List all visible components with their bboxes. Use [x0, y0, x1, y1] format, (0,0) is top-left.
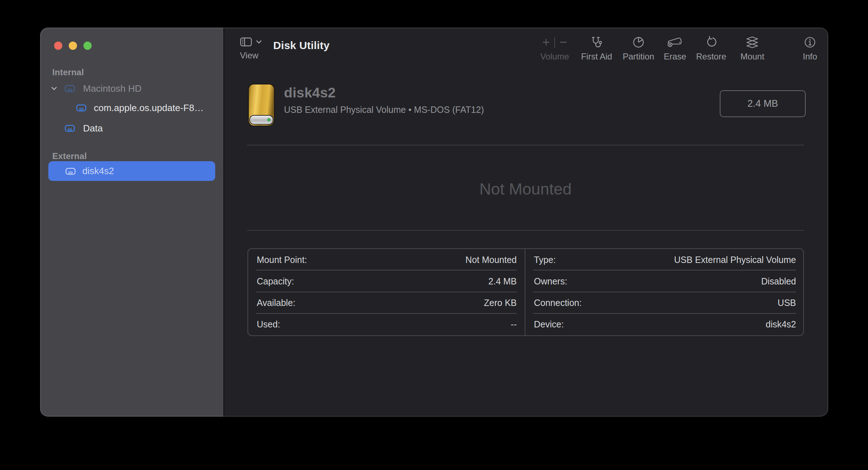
table-row: Mount Point: Not Mounted	[248, 249, 525, 270]
toolbar-button-label: Volume	[540, 52, 569, 62]
stethoscope-icon	[589, 35, 604, 50]
sidebar-panel-icon	[240, 37, 252, 47]
info-circle-icon	[804, 35, 816, 50]
disk-icon	[64, 124, 75, 133]
sidebar-item-label: disk4s2	[82, 166, 114, 177]
row-label: Device:	[534, 319, 564, 330]
info-button[interactable]: Info	[803, 35, 817, 62]
disk-icon	[65, 167, 76, 176]
sidebar-item-label: Data	[83, 123, 103, 134]
volume-button[interactable]: Volume	[540, 35, 569, 62]
row-label: Available:	[257, 298, 295, 308]
sidebar-item-disk4s2[interactable]: disk4s2	[40, 161, 223, 181]
volume-subtitle: USB External Physical Volume • MS-DOS (F…	[284, 105, 484, 115]
toolbar-button-label: Info	[803, 52, 817, 62]
table-row: Capacity: 2.4 MB	[248, 270, 525, 292]
details-column-left: Mount Point: Not Mounted Capacity: 2.4 M…	[248, 249, 525, 335]
erase-button[interactable]: Erase	[664, 35, 686, 62]
toolbar-button-label: Erase	[664, 52, 686, 62]
toolbar-button-label: First Aid	[581, 52, 612, 62]
plus-minus-icon	[541, 35, 568, 50]
disk-utility-window: Internal Macintosh HD com.apple.os.updat…	[40, 28, 828, 417]
toolbar-button-label: Restore	[696, 52, 726, 62]
row-label: Connection:	[534, 298, 582, 308]
minimize-button[interactable]	[69, 42, 77, 50]
sidebar-item-label: Macintosh HD	[83, 83, 141, 94]
row-label: Owners:	[534, 276, 567, 287]
view-button-label: View	[240, 51, 262, 61]
row-label: Capacity:	[257, 276, 294, 287]
row-value: Zero KB	[484, 298, 517, 308]
sidebar-section-internal: Internal	[52, 67, 84, 77]
disk-icon	[76, 104, 87, 112]
disk-icon	[64, 84, 75, 93]
divider	[247, 145, 804, 145]
row-value: Not Mounted	[466, 255, 517, 265]
divider	[247, 230, 804, 231]
table-row: Owners: Disabled	[525, 270, 804, 292]
restore-arrow-icon	[704, 35, 718, 50]
partition-button[interactable]: Partition	[623, 35, 654, 62]
first-aid-button[interactable]: First Aid	[581, 35, 612, 62]
volume-title: disk4s2	[284, 85, 336, 101]
row-label: Mount Point:	[257, 255, 307, 265]
sidebar-item-macintosh-hd[interactable]: Macintosh HD	[40, 79, 223, 98]
table-row: Connection: USB	[525, 292, 804, 314]
details-column-right: Type: USB External Physical Volume Owner…	[525, 249, 804, 335]
row-label: Used:	[257, 319, 280, 330]
row-value: USB External Physical Volume	[674, 255, 796, 265]
status-message: Not Mounted	[247, 180, 804, 198]
sidebar: Internal Macintosh HD com.apple.os.updat…	[40, 28, 224, 417]
sidebar-section-external: External	[52, 151, 87, 161]
details-table: Mount Point: Not Mounted Capacity: 2.4 M…	[247, 248, 804, 336]
table-row: Used: --	[248, 314, 525, 335]
main-area: View Disk Utility Volume First Aid	[224, 28, 828, 417]
erase-disk-icon	[667, 35, 683, 50]
orange-external-drive-icon	[248, 83, 275, 126]
table-row: Type: USB External Physical Volume	[525, 249, 804, 270]
row-value: --	[511, 319, 517, 330]
sidebar-item-data[interactable]: Data	[40, 119, 223, 138]
row-value: USB	[778, 298, 796, 308]
sidebar-item-os-update[interactable]: com.apple.os.update-F8…	[40, 98, 223, 118]
screen: Internal Macintosh HD com.apple.os.updat…	[0, 0, 868, 470]
pie-chart-icon	[632, 35, 645, 50]
toolbar-button-label: Mount	[741, 52, 765, 62]
sidebar-item-label: com.apple.os.update-F8…	[94, 102, 203, 114]
table-row: Device: disk4s2	[525, 314, 804, 335]
row-value: disk4s2	[766, 319, 796, 330]
row-value: 2.4 MB	[488, 276, 517, 287]
close-button[interactable]	[54, 42, 62, 50]
row-value: Disabled	[761, 276, 796, 287]
mount-stack-icon	[745, 35, 760, 50]
app-title: Disk Utility	[273, 39, 329, 52]
view-button[interactable]: View	[240, 35, 262, 61]
row-label: Type:	[534, 255, 556, 265]
size-badge: 2.4 MB	[720, 90, 806, 117]
traffic-lights	[54, 42, 92, 50]
zoom-button[interactable]	[83, 42, 92, 50]
table-row: Available: Zero KB	[248, 292, 525, 314]
restore-button[interactable]: Restore	[696, 35, 726, 62]
chevron-down-icon	[256, 40, 262, 44]
mount-button[interactable]: Mount	[741, 35, 765, 62]
toolbar-button-label: Partition	[623, 52, 654, 62]
chevron-down-icon[interactable]	[50, 85, 58, 92]
